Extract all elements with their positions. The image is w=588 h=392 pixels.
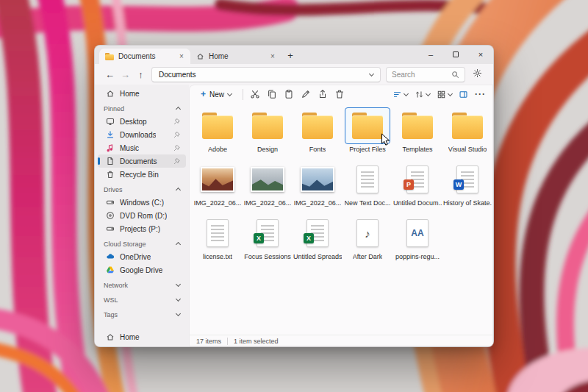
sidebar-section-drives[interactable]: Drives — [95, 183, 189, 196]
paste-button[interactable] — [284, 89, 294, 99]
search-input[interactable] — [392, 71, 448, 79]
file-tile[interactable]: P Untitled Docum... — [392, 161, 442, 215]
chevron-down-icon[interactable] — [369, 71, 374, 76]
file-tile[interactable]: IMG_2022_06... — [293, 161, 343, 215]
powerpoint-file-icon: P — [406, 165, 429, 193]
folder-icon — [401, 113, 434, 139]
preview-pane-button[interactable] — [459, 90, 468, 99]
items-count: 17 items — [196, 338, 221, 345]
group-icon — [392, 90, 402, 99]
chevron-up-icon[interactable] — [176, 188, 181, 193]
chevron-down-icon[interactable] — [176, 311, 181, 316]
folder-icon — [251, 113, 284, 139]
file-tile[interactable]: IMG_2022_06... — [243, 161, 293, 215]
sidebar-item-music[interactable]: Music — [98, 141, 186, 154]
maximize-button[interactable] — [443, 46, 468, 63]
pin-icon[interactable] — [173, 158, 180, 165]
command-bar-right: ··· — [392, 89, 486, 99]
file-tile[interactable]: Templates — [392, 107, 442, 161]
sidebar-item-projects-p[interactable]: Projects (P:) — [98, 222, 186, 235]
minimize-button[interactable]: – — [418, 46, 443, 63]
drive-icon — [106, 198, 115, 207]
disc-icon — [106, 211, 115, 220]
cut-button[interactable] — [250, 89, 260, 99]
folder-tab-icon — [105, 53, 114, 60]
sidebar-item-documents[interactable]: Documents — [98, 154, 186, 168]
chevron-up-icon[interactable] — [176, 242, 181, 247]
file-tile-selected[interactable]: Project Files — [343, 107, 392, 161]
settings-button[interactable] — [468, 68, 486, 81]
folder-icon — [351, 113, 384, 139]
excel-file-icon: X — [306, 219, 329, 247]
back-button[interactable]: ← — [102, 69, 118, 80]
sort-button[interactable] — [415, 90, 430, 99]
rename-icon — [301, 89, 311, 99]
file-tile[interactable]: IMG_2022_06... — [193, 161, 243, 215]
sidebar-section-network[interactable]: Network — [95, 279, 189, 291]
share-button[interactable] — [318, 89, 328, 99]
sidebar-item-recycle-bin[interactable]: Recycle Bin — [98, 168, 186, 181]
file-tile[interactable]: AA poppins-regu... — [392, 215, 442, 268]
status-bar: 17 items 1 item selected — [189, 335, 493, 346]
group-by-button[interactable] — [392, 90, 408, 99]
file-grid: Adobe Design Fonts Project Files Templat… — [189, 104, 493, 335]
close-button[interactable]: × — [468, 46, 493, 63]
preview-pane-icon — [459, 90, 468, 99]
copy-button[interactable] — [267, 89, 277, 99]
sidebar-section-pinned[interactable]: Pinned — [95, 102, 189, 115]
tab-documents[interactable]: Documents × — [99, 49, 190, 64]
new-tab-button[interactable]: + — [282, 49, 299, 64]
sidebar-item-windows-c[interactable]: Windows (C:) — [98, 196, 186, 209]
selection-count: 1 item selected — [234, 338, 279, 345]
sidebar-item-dvd-d[interactable]: DVD Rom (D:) — [98, 209, 186, 222]
new-button[interactable]: + New — [196, 88, 236, 101]
sidebar-item-desktop[interactable]: Desktop — [98, 115, 186, 128]
sidebar-item-google-drive[interactable]: Google Drive — [98, 263, 186, 277]
sidebar-section-tags[interactable]: Tags — [95, 308, 189, 321]
chevron-down-icon[interactable] — [176, 282, 181, 287]
sidebar-item-home[interactable]: Home — [98, 87, 186, 100]
delete-button[interactable] — [334, 89, 345, 99]
tab-close-icon[interactable]: × — [176, 51, 187, 62]
pin-icon[interactable] — [173, 118, 180, 125]
file-tile[interactable]: ♪ After Dark — [343, 215, 392, 268]
chevron-up-icon[interactable] — [176, 107, 181, 112]
sidebar-item-onedrive[interactable]: OneDrive — [98, 250, 186, 263]
tab-close-icon[interactable]: × — [268, 51, 278, 62]
sidebar-section-wsl[interactable]: WSL — [95, 293, 189, 306]
window-body: Home Pinned Desktop Downloads Music — [95, 85, 493, 346]
up-button[interactable]: ↑ — [133, 69, 148, 80]
chevron-down-icon — [448, 90, 453, 96]
tab-home[interactable]: Home × — [190, 49, 282, 64]
pin-icon[interactable] — [173, 145, 180, 152]
file-tile[interactable]: W History of Skate... — [442, 161, 492, 215]
text-file-icon — [207, 219, 229, 247]
file-tile[interactable]: Visual Studio — [442, 107, 492, 161]
file-tile[interactable]: Adobe — [193, 107, 243, 161]
search-box[interactable] — [386, 67, 465, 82]
sidebar-item-downloads[interactable]: Downloads — [98, 128, 186, 141]
search-icon — [451, 71, 459, 79]
share-icon — [318, 89, 328, 99]
file-tile[interactable]: Fonts — [293, 107, 343, 161]
sidebar-section-cloud-storage[interactable]: Cloud Storage — [95, 238, 189, 250]
layout-button[interactable] — [437, 90, 452, 99]
recycle-bin-icon — [106, 170, 115, 179]
pin-icon[interactable] — [173, 132, 180, 138]
file-tile[interactable]: X Focus Sessions — [243, 215, 293, 268]
forward-button[interactable]: → — [118, 69, 133, 80]
file-tile[interactable]: license.txt — [193, 215, 243, 268]
file-tile[interactable]: Design — [243, 107, 293, 161]
sidebar-item-home-bottom[interactable]: Home — [98, 330, 186, 343]
music-note-icon: ♪ — [365, 227, 370, 240]
file-tile[interactable]: New Text Doc... — [343, 161, 392, 215]
rename-button[interactable] — [301, 89, 311, 99]
chevron-down-icon — [404, 90, 409, 96]
file-tile[interactable]: X Untitled Spreads... — [293, 215, 343, 268]
address-bar[interactable]: Documents — [151, 67, 381, 82]
more-options-button[interactable]: ··· — [475, 89, 486, 99]
file-explorer-window: Documents × Home × + – × ← → ↑ Documents — [94, 45, 494, 347]
music-icon — [106, 143, 115, 152]
chevron-down-icon[interactable] — [176, 296, 181, 302]
command-bar: + New — [189, 85, 493, 104]
